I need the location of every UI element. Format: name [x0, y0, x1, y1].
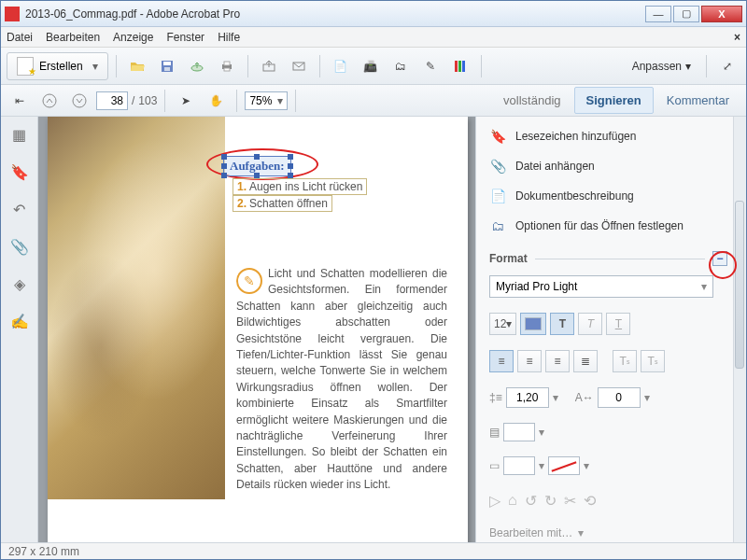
text-color-swatch[interactable] [520, 313, 546, 335]
menu-help[interactable]: Hilfe [218, 31, 240, 44]
first-page-button[interactable]: ⇤ [7, 88, 33, 114]
dropcap-icon: ✎ [236, 268, 262, 294]
fill-icon: ▤ [489, 426, 500, 439]
edit-text-button[interactable]: ✎ [417, 53, 444, 79]
doc-description-item[interactable]: 📄Dokumentbeschreibung [489, 186, 727, 206]
next-page-button[interactable] [66, 88, 92, 114]
page-sep: / [132, 94, 134, 107]
underline-button[interactable]: T [606, 313, 630, 335]
tracking-icon: A↔ [575, 391, 594, 404]
svg-point-13 [73, 94, 86, 107]
save-button[interactable] [154, 53, 180, 79]
bookmarks-icon[interactable]: 🔖 [9, 161, 30, 182]
chevron-down-icon: ▾ [92, 60, 98, 73]
svg-rect-9 [455, 61, 458, 72]
nav-panel: ▦ 🔖 ↶ 📎 ◈ ✍ [1, 117, 38, 542]
open-options-item[interactable]: 🗂Optionen für das Öffnen festlegen [489, 216, 727, 236]
stroke-icon: ▭ [489, 459, 500, 472]
chevron-down-icon: ▾ [578, 526, 584, 539]
line-height-input[interactable] [506, 387, 549, 408]
superscript-button[interactable]: Ts [613, 350, 637, 372]
collapse-button[interactable]: − [712, 251, 727, 266]
print-button[interactable] [214, 53, 240, 79]
thumbnails-icon[interactable]: ▦ [9, 124, 30, 145]
align-left-button[interactable]: ≡ [489, 350, 514, 372]
body-area: ▦ 🔖 ↶ 📎 ◈ ✍ Aufgaben: 1.Augen ins Licht … [1, 117, 746, 542]
tools-link[interactable]: vollständig [492, 88, 571, 113]
edit-with-button[interactable]: Bearbeiten mit…▾ [489, 526, 727, 539]
page-dimensions: 297 x 210 mm [8, 545, 79, 558]
customize-button[interactable]: Anpassen▾ [625, 56, 698, 77]
attach-file-item[interactable]: 📎Datei anhängen [489, 156, 727, 176]
bold-button[interactable]: T [550, 313, 574, 335]
chevron-down-icon: ▾ [277, 94, 283, 107]
color-bars-icon[interactable] [447, 53, 473, 79]
format-section-header: Format − [489, 251, 727, 266]
chevron-down-icon: ▾ [701, 280, 707, 293]
no-stroke-swatch[interactable] [548, 456, 580, 475]
flip-h-icon: ▷ [489, 492, 500, 510]
comment-link[interactable]: Kommentar [655, 88, 740, 113]
stroke-swatch[interactable] [503, 456, 535, 475]
page-input[interactable] [96, 91, 128, 110]
doc-close-button[interactable]: × [734, 31, 740, 44]
tracking-input[interactable] [598, 387, 641, 408]
prev-page-button[interactable] [36, 88, 63, 114]
bookmark-icon: 🔖 [489, 128, 506, 145]
hand-tool[interactable]: ✋ [203, 88, 229, 114]
svg-rect-6 [224, 68, 230, 71]
chevron-down-icon: ▾ [685, 60, 691, 73]
menu-view[interactable]: Anzeige [113, 31, 153, 44]
layers-icon[interactable]: ◈ [9, 273, 30, 294]
align-right-button[interactable]: ≡ [545, 350, 570, 372]
fullscreen-button[interactable]: ⤢ [714, 53, 740, 79]
subscript-button[interactable]: Ts [641, 350, 665, 372]
selected-text-box[interactable]: Aufgaben: [223, 156, 291, 176]
crop-icon: ✂ [564, 492, 576, 510]
pdf-icon [5, 7, 20, 21]
scroll-thumb[interactable] [735, 201, 744, 369]
align-center-button[interactable]: ≡ [517, 350, 542, 372]
task-item-2[interactable]: 2.Schatten öffnen [233, 195, 332, 212]
create-button[interactable]: Erstellen ▾ [7, 52, 108, 80]
zoom-select[interactable]: 75%▾ [245, 91, 288, 110]
selected-text: Aufgaben: [230, 159, 285, 174]
font-size-input[interactable]: 12 ▾ [489, 313, 516, 335]
fill-swatch[interactable] [503, 423, 535, 441]
svg-rect-2 [164, 67, 170, 71]
app-window: 2013-06_Commag.pdf - Adobe Acrobat Pro —… [0, 0, 747, 560]
font-select[interactable]: Myriad Pro Light▾ [489, 275, 713, 298]
menu-window[interactable]: Fenster [166, 31, 204, 44]
add-bookmark-item[interactable]: 🔖Lesezeichen hinzufügen [489, 126, 727, 147]
italic-button[interactable]: T [578, 313, 602, 335]
rotate-cw-icon: ↻ [544, 492, 557, 510]
email-button[interactable] [286, 53, 312, 79]
document-area[interactable]: Aufgaben: 1.Augen ins Licht rücken 2.Sch… [38, 117, 475, 542]
window-title: 2013-06_Commag.pdf - Adobe Acrobat Pro [25, 7, 645, 21]
body-text[interactable]: ✎ Licht und Schatten modellieren die Ges… [236, 266, 447, 493]
line-height-icon: ‡≡ [489, 391, 502, 404]
scan-button[interactable]: 📠 [358, 53, 384, 79]
panel-scrollbar[interactable] [733, 117, 746, 542]
export-pdf-button[interactable]: 📄 [328, 53, 354, 79]
select-tool[interactable]: ➤ [173, 88, 199, 114]
maximize-button[interactable]: ▢ [673, 6, 699, 22]
close-button[interactable]: X [701, 6, 742, 22]
task-item-1[interactable]: 1.Augen ins Licht rücken [233, 178, 367, 195]
menu-file[interactable]: Datei [7, 31, 33, 44]
undo-icon[interactable]: ↶ [9, 199, 30, 219]
signatures-icon[interactable]: ✍ [9, 311, 30, 331]
cloud-button[interactable] [184, 53, 210, 79]
statusbar: 297 x 210 mm [1, 542, 746, 559]
combine-button[interactable]: 🗂 [388, 53, 414, 79]
sign-link[interactable]: Signieren [574, 87, 654, 114]
titlebar: 2013-06_Commag.pdf - Adobe Acrobat Pro —… [1, 1, 746, 27]
minimize-button[interactable]: — [645, 6, 671, 22]
nav-toolbar: ⇤ / 103 ➤ ✋ 75%▾ vollständig Signieren K… [1, 85, 746, 117]
open-button[interactable] [124, 53, 150, 79]
options-icon: 🗂 [489, 217, 506, 234]
align-justify-button[interactable]: ≣ [573, 350, 598, 372]
attachments-icon[interactable]: 📎 [9, 236, 30, 257]
menu-edit[interactable]: Bearbeiten [46, 31, 100, 44]
share-button[interactable] [256, 53, 282, 79]
